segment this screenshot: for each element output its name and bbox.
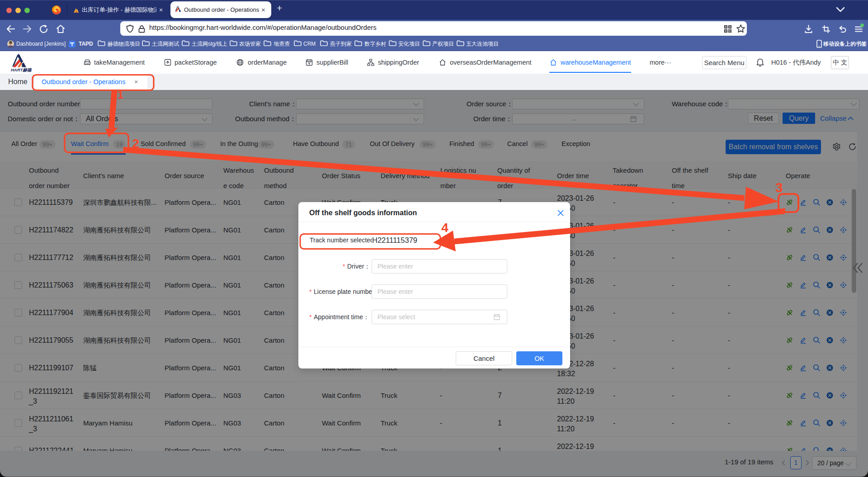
svg-text:1: 1 <box>118 89 123 101</box>
svg-text:4: 4 <box>441 221 448 235</box>
svg-text:3: 3 <box>775 180 783 195</box>
svg-text:2: 2 <box>132 137 139 151</box>
